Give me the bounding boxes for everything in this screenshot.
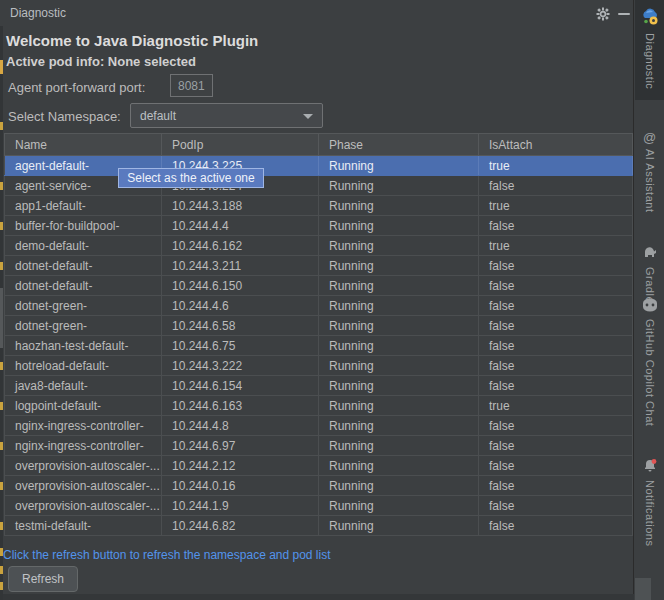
table-row[interactable]: dotnet-green-10.244.6.58Runningfalse: [5, 316, 633, 336]
table-row[interactable]: dotnet-green-10.244.4.6Runningfalse: [5, 296, 633, 316]
namespace-selected-value: default: [140, 109, 176, 123]
stripe-tab-diagnostic[interactable]: Diagnostic: [635, 0, 664, 100]
cell-podip: 10.244.3.188: [162, 196, 319, 216]
cell-isattach: true: [479, 396, 633, 416]
gutter-tick: [0, 582, 3, 590]
cell-name: hotreload-default-: [5, 356, 162, 376]
cell-podip: 10.244.6.150: [162, 276, 319, 296]
diagnostic-tool-window: Diagnostic Welcome to Java Diagnostic Pl…: [0, 0, 634, 600]
table-row[interactable]: overprovision-autoscaler-...10.244.2.12R…: [5, 456, 633, 476]
tooltip: Select as the active one: [118, 168, 264, 188]
cell-isattach: false: [479, 296, 633, 316]
cell-name: dotnet-default-: [5, 276, 162, 296]
cell-podip: 10.244.0.16: [162, 476, 319, 496]
cell-isattach: false: [479, 336, 633, 356]
cell-podip: 10.244.6.154: [162, 376, 319, 396]
gear-icon[interactable]: [594, 5, 612, 23]
table-row[interactable]: hotreload-default-10.244.3.222Runningfal…: [5, 356, 633, 376]
column-header-isattach[interactable]: IsAttach: [479, 134, 633, 156]
table-row[interactable]: testmi-default-10.244.6.82Runningfalse: [5, 516, 633, 536]
cell-name: nginx-ingress-controller-: [5, 416, 162, 436]
cell-phase: Running: [319, 456, 479, 476]
stripe-tab-gradle[interactable]: Gradle: [635, 246, 664, 303]
cell-phase: Running: [319, 436, 479, 456]
column-header-podip[interactable]: PodIp: [162, 134, 319, 156]
cell-name: overprovision-autoscaler-...: [5, 476, 162, 496]
namespace-label: Select Namespace:: [8, 109, 121, 124]
cell-phase: Running: [319, 296, 479, 316]
cell-phase: Running: [319, 496, 479, 516]
cell-phase: Running: [319, 476, 479, 496]
cell-isattach: false: [479, 476, 633, 496]
table-row[interactable]: nginx-ingress-controller-10.244.6.97Runn…: [5, 436, 633, 456]
cell-podip: 10.244.6.162: [162, 236, 319, 256]
table-row[interactable]: nginx-ingress-controller-10.244.4.8Runni…: [5, 416, 633, 436]
table-row[interactable]: agent-service-10.2.145.224Runningfalse: [5, 176, 633, 196]
cell-phase: Running: [319, 416, 479, 436]
cell-isattach: false: [479, 436, 633, 456]
gutter-tick: [0, 60, 3, 74]
cell-isattach: false: [479, 416, 633, 436]
editor-gutter-strip: [0, 26, 3, 600]
pod-table-header-row: NamePodIpPhaseIsAttach: [5, 134, 633, 156]
table-row[interactable]: haozhan-test-default-10.244.6.75Runningf…: [5, 336, 633, 356]
cell-name: haozhan-test-default-: [5, 336, 162, 356]
namespace-dropdown[interactable]: default: [130, 103, 323, 128]
table-row[interactable]: dotnet-default-10.244.6.150Runningfalse: [5, 276, 633, 296]
gutter-tick: [0, 566, 3, 574]
cell-phase: Running: [319, 316, 479, 336]
cell-isattach: false: [479, 176, 633, 196]
cell-phase: Running: [319, 396, 479, 416]
cell-phase: Running: [319, 156, 479, 176]
cell-podip: 10.244.1.9: [162, 496, 319, 516]
gutter-scroll-thumb[interactable]: [0, 288, 3, 348]
cell-phase: Running: [319, 276, 479, 296]
cell-phase: Running: [319, 516, 479, 536]
cell-name: buffer-for-buildpool-: [5, 216, 162, 236]
cell-phase: Running: [319, 376, 479, 396]
cell-phase: Running: [319, 256, 479, 276]
minimize-icon[interactable]: [615, 5, 633, 23]
cell-isattach: true: [479, 196, 633, 216]
column-header-phase[interactable]: Phase: [319, 134, 479, 156]
cell-name: overprovision-autoscaler-...: [5, 496, 162, 516]
cell-isattach: true: [479, 156, 633, 176]
table-row[interactable]: dotnet-default-10.244.3.211Runningfalse: [5, 256, 633, 276]
cell-isattach: false: [479, 496, 633, 516]
active-pod-info: Active pod info: None selected: [6, 54, 196, 69]
gutter-tick: [0, 522, 3, 530]
table-row[interactable]: buffer-for-buildpool-10.244.4.4Runningfa…: [5, 216, 633, 236]
port-forward-input[interactable]: [170, 74, 213, 97]
cell-name: testmi-default-: [5, 516, 162, 536]
table-row[interactable]: agent-default-10.244.3.225Runningtrue: [5, 156, 633, 176]
cell-phase: Running: [319, 236, 479, 256]
refresh-hint-text: Click the refresh button to refresh the …: [3, 548, 331, 562]
refresh-button[interactable]: Refresh: [8, 566, 78, 592]
cell-podip: 10.244.6.58: [162, 316, 319, 336]
gutter-tick: [0, 402, 3, 410]
cell-podip: 10.244.4.4: [162, 216, 319, 236]
diagnostic-plugin-icon: [641, 8, 659, 29]
cell-isattach: false: [479, 256, 633, 276]
stripe-tab-label: Notifications: [644, 480, 656, 546]
stripe-tab-notifications[interactable]: Notifications: [635, 458, 664, 546]
table-row[interactable]: demo-default-10.244.6.162Runningtrue: [5, 236, 633, 256]
cell-podip: 10.244.6.75: [162, 336, 319, 356]
table-row[interactable]: java8-default-10.244.6.154Runningfalse: [5, 376, 633, 396]
cell-name: java8-default-: [5, 376, 162, 396]
cell-name: nginx-ingress-controller-: [5, 436, 162, 456]
cell-phase: Running: [319, 336, 479, 356]
tool-window-stripe: Diagnostic @ AI Assistant Gradle GitHub …: [635, 0, 664, 600]
table-row[interactable]: overprovision-autoscaler-...10.244.1.9Ru…: [5, 496, 633, 516]
cell-podip: 10.244.3.211: [162, 256, 319, 276]
table-row[interactable]: app1-default-10.244.3.188Runningtrue: [5, 196, 633, 216]
table-row[interactable]: overprovision-autoscaler-...10.244.0.16R…: [5, 476, 633, 496]
stripe-tab-copilot[interactable]: GitHub Copilot Chat: [635, 298, 664, 426]
table-row[interactable]: logpoint-default-10.244.6.163Runningtrue: [5, 396, 633, 416]
column-header-name[interactable]: Name: [5, 134, 162, 156]
gutter-tick: [0, 122, 3, 130]
stripe-tab-ai-assistant[interactable]: @ AI Assistant: [635, 130, 664, 212]
cell-name: dotnet-green-: [5, 316, 162, 336]
gutter-tick: [0, 442, 3, 450]
cell-isattach: false: [479, 356, 633, 376]
